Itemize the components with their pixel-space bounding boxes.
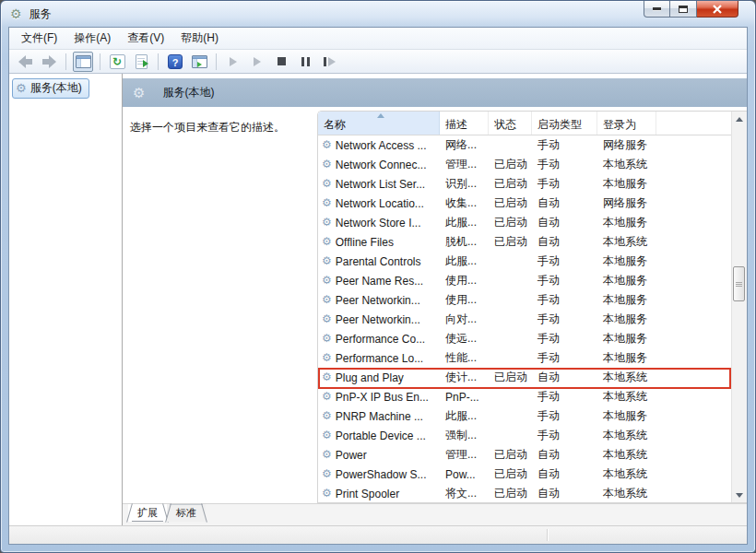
- service-startup-type: 手动: [532, 292, 597, 308]
- refresh-button[interactable]: ↻: [107, 52, 127, 72]
- status-bar-divider: [547, 529, 548, 541]
- table-row[interactable]: ⚙PNRP Machine ... 此服... 手动 本地服务: [318, 406, 731, 426]
- toolbar-separator: [100, 53, 100, 70]
- service-rows: ⚙Network Access ... 网络... 手动 网络服务 ⚙Netwo…: [318, 135, 731, 503]
- service-startup-type: 自动: [532, 195, 597, 211]
- column-header-description[interactable]: 描述: [440, 112, 489, 135]
- close-button[interactable]: [697, 1, 738, 18]
- service-description: PnP-...: [440, 391, 489, 404]
- table-row[interactable]: ⚙Performance Co... 使远... 手动 本地服务: [318, 329, 731, 348]
- table-row[interactable]: ⚙Network Locatio... 收集... 已启动 自动 网络服务: [318, 194, 731, 213]
- main-panel: ⚙ 服务(本地) 选择一个项目来查看它的描述。 名称 描述: [123, 74, 747, 525]
- table-row[interactable]: ⚙Peer Networkin... 向对... 手动 本地服务: [318, 310, 731, 329]
- table-row[interactable]: ⚙Parental Controls 此服... 手动 本地服务: [318, 252, 731, 271]
- action-pane-icon: [192, 55, 207, 68]
- minimize-button[interactable]: [644, 1, 670, 18]
- table-row[interactable]: ⚙Network List Ser... 识别... 已启动 手动 本地服务: [318, 174, 731, 194]
- resume-icon: [254, 57, 261, 66]
- services-console-window: ⚙ 服务 文件(F) 操作(A) 查看(V) 帮助(H): [0, 0, 756, 553]
- scroll-down-button[interactable]: [732, 488, 747, 502]
- service-logon-as: 本地系统: [597, 389, 656, 405]
- show-console-tree-button[interactable]: [73, 52, 93, 72]
- column-header-status[interactable]: 状态: [489, 112, 532, 135]
- table-row[interactable]: ⚙Peer Name Res... 使用... 手动 本地服务: [318, 271, 731, 290]
- service-gear-icon: ⚙: [322, 255, 332, 267]
- scroll-up-button[interactable]: [732, 112, 747, 126]
- start-service-button[interactable]: [223, 52, 243, 72]
- resume-service-button[interactable]: [247, 52, 267, 72]
- column-header-name[interactable]: 名称: [318, 112, 440, 135]
- service-name: Network List Ser...: [336, 178, 425, 191]
- title-bar: ⚙ 服务: [1, 1, 755, 27]
- service-description: 收集...: [440, 195, 489, 211]
- service-description: 此服...: [440, 408, 489, 424]
- service-logon-as: 本地系统: [597, 466, 656, 482]
- service-gear-icon: ⚙: [322, 391, 332, 403]
- column-header-logon-as[interactable]: 登录为: [597, 112, 656, 135]
- status-bar: [9, 525, 747, 544]
- service-status: 已启动: [489, 486, 532, 501]
- pause-service-button[interactable]: [295, 52, 315, 72]
- toolbar-separator: [158, 53, 159, 70]
- table-row[interactable]: ⚙Offline Files 脱机... 已启动 自动 本地系统: [318, 232, 731, 252]
- service-name: Print Spooler: [336, 488, 399, 500]
- tab-extended[interactable]: 扩展: [128, 504, 167, 522]
- close-icon: [713, 5, 722, 14]
- service-startup-type: 手动: [532, 408, 597, 424]
- forward-button[interactable]: [39, 52, 59, 72]
- console-tree-icon: [76, 55, 91, 68]
- show-action-pane-button[interactable]: [189, 52, 209, 72]
- maximize-button[interactable]: [670, 1, 697, 18]
- service-logon-as: 本地系统: [597, 234, 656, 250]
- service-name: Offline Files: [336, 236, 394, 249]
- menu-help[interactable]: 帮助(H): [172, 28, 227, 49]
- service-description: 性能...: [440, 350, 489, 366]
- table-row[interactable]: ⚙Peer Networkin... 使用... 手动 本地服务: [318, 290, 731, 310]
- table-row[interactable]: ⚙Network Store I... 此服... 已启动 自动 本地服务: [318, 213, 731, 232]
- service-logon-as: 本地系统: [597, 428, 656, 443]
- menu-action[interactable]: 操作(A): [65, 28, 119, 49]
- restart-service-button[interactable]: [319, 52, 339, 72]
- service-status: 已启动: [489, 195, 532, 211]
- stop-service-button[interactable]: [271, 52, 291, 72]
- band-gear-icon: ⚙: [133, 87, 145, 99]
- scrollbar-thumb[interactable]: [733, 266, 745, 301]
- services-list: 名称 描述 状态 启动类型 登录为 ⚙Network Access ... 网络…: [317, 111, 747, 503]
- maximize-icon: [679, 6, 688, 13]
- service-name: PNRP Machine ...: [336, 410, 423, 423]
- service-name: Network Store I...: [336, 217, 421, 229]
- service-logon-as: 本地系统: [597, 370, 656, 385]
- table-row[interactable]: ⚙Plug and Play 使计... 已启动 自动 本地系统: [318, 368, 731, 387]
- vertical-scrollbar[interactable]: [731, 112, 747, 502]
- table-row[interactable]: ⚙Power 管理... 已启动 自动 本地系统: [318, 445, 731, 465]
- restart-icon: [324, 57, 336, 66]
- service-name: Network Locatio...: [336, 197, 424, 210]
- table-row[interactable]: ⚙PowerShadow S... Pow... 已启动 自动 本地系统: [318, 465, 731, 484]
- export-list-button[interactable]: [131, 52, 151, 72]
- tree-item-services-local[interactable]: ⚙ 服务(本地): [12, 78, 89, 99]
- column-header-startup-type[interactable]: 启动类型: [532, 112, 597, 135]
- service-gear-icon: ⚙: [322, 488, 332, 500]
- service-gear-icon: ⚙: [322, 197, 332, 209]
- table-row[interactable]: ⚙Print Spooler 将文... 已启动 自动 本地系统: [318, 484, 731, 503]
- menu-file[interactable]: 文件(F): [13, 28, 65, 49]
- service-gear-icon: ⚙: [322, 449, 332, 461]
- service-logon-as: 本地服务: [597, 408, 656, 424]
- toolbar: ↻ ?: [9, 50, 747, 74]
- table-row[interactable]: ⚙Network Access ... 网络... 手动 网络服务: [318, 135, 731, 155]
- back-button[interactable]: [15, 52, 35, 72]
- help-button[interactable]: ?: [165, 52, 185, 72]
- service-description: 识别...: [440, 176, 489, 192]
- table-row[interactable]: ⚙PnP-X IP Bus En... PnP-... 手动 本地系统: [318, 387, 731, 406]
- scroll-up-icon: [736, 117, 743, 122]
- table-row[interactable]: ⚙Network Connec... 管理... 已启动 手动 本地系统: [318, 155, 731, 174]
- toolbar-separator: [216, 53, 217, 70]
- window-frame: ⚙ 服务 文件(F) 操作(A) 查看(V) 帮助(H): [0, 0, 756, 553]
- tab-standard[interactable]: 标准: [167, 504, 206, 522]
- service-startup-type: 手动: [532, 273, 597, 288]
- service-name: Peer Networkin...: [336, 294, 420, 307]
- menu-view[interactable]: 查看(V): [119, 28, 172, 49]
- table-row[interactable]: ⚙Portable Device ... 强制... 手动 本地系统: [318, 426, 731, 445]
- table-row[interactable]: ⚙Performance Lo... 性能... 手动 本地服务: [318, 348, 731, 368]
- service-gear-icon: ⚙: [322, 294, 332, 306]
